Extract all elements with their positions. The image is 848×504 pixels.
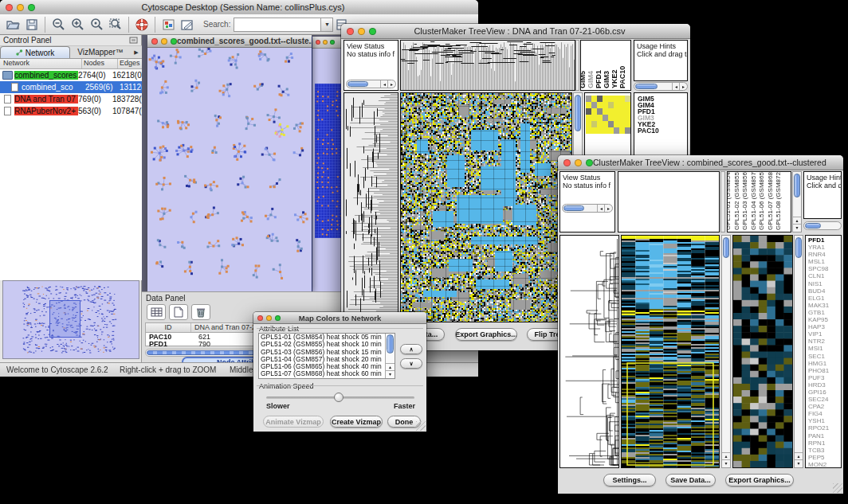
- attribute-list-item[interactable]: GPL51-02 (GSM855) heat shock 10 min: [259, 341, 395, 348]
- tv2-settings-button[interactable]: Settings...: [603, 474, 656, 486]
- tv2-column-label[interactable]: GPL51-01 (GSM854): [727, 171, 732, 230]
- attribute-list-item[interactable]: GPL51-04 (GSM857) heat shock 20 min: [259, 356, 395, 363]
- tv2-gene-label[interactable]: GTB1: [808, 309, 841, 316]
- tv2-zoom-heatmap-canvas[interactable]: [733, 236, 792, 467]
- tv1-column-label[interactable]: GIM5: [580, 71, 587, 88]
- tv2-gene-label[interactable]: TCB3: [808, 447, 841, 454]
- animate-vizmap-button[interactable]: Animate Vizmap: [263, 416, 324, 428]
- tv2-status-hscrollbar[interactable]: ◂ ▸: [562, 204, 613, 213]
- tv2-gene-label[interactable]: ELG1: [808, 295, 841, 302]
- tv2-zoom-heatmap[interactable]: [732, 235, 793, 468]
- network-canvas[interactable]: [148, 47, 311, 290]
- tv2-labels-vscrollbar[interactable]: ▴ ▾: [792, 171, 802, 232]
- dialog-title-bar[interactable]: Map Colors to Network: [253, 312, 426, 324]
- tv2-gene-label[interactable]: YRA1: [808, 244, 841, 251]
- network-list-row[interactable]: combined_scores2764(0)16218(0): [0, 69, 142, 81]
- tv2-gene-label[interactable]: PHO81: [808, 367, 841, 374]
- column-header-nodes[interactable]: Nodes: [82, 59, 118, 68]
- scrollbar-thumb[interactable]: [794, 174, 800, 197]
- network-list-row[interactable]: combined_sco2569(6)13112(15): [0, 81, 142, 93]
- tv2-gene-label[interactable]: PFD1: [808, 236, 841, 244]
- tv2-gene-label[interactable]: VIP1: [808, 330, 841, 338]
- scroll-down-icon[interactable]: ▾: [795, 459, 803, 467]
- tv2-gene-label[interactable]: HRD3: [808, 381, 841, 389]
- delete-attribute-button[interactable]: [191, 304, 210, 320]
- tv2-gene-label[interactable]: CLN1: [808, 272, 841, 279]
- tv1-gene-label[interactable]: GIM4: [638, 102, 687, 108]
- treeview-combined-title-bar[interactable]: ClusterMaker TreeView : combined_scores_…: [558, 155, 843, 170]
- tv2-gene-label[interactable]: KAP95: [808, 316, 841, 323]
- tv1-splitter[interactable]: [575, 40, 579, 91]
- tv2-gene-label[interactable]: CPA2: [808, 403, 841, 410]
- tv1-heatmap[interactable]: [400, 92, 572, 322]
- tv2-gene-label[interactable]: PUF3: [808, 374, 841, 381]
- attribute-list[interactable]: GPL51-01 (GSM854) heat shock 05 minGPL51…: [258, 333, 395, 379]
- scrollbar-thumb[interactable]: [563, 205, 584, 211]
- tv2-gene-label[interactable]: YSH1: [808, 417, 841, 424]
- minimize-icon[interactable]: [323, 40, 328, 45]
- float-panel-icon[interactable]: [129, 37, 139, 45]
- tab-vizmapper[interactable]: VizMapper™: [70, 46, 131, 58]
- tv2-gene-label[interactable]: SEC1: [808, 353, 841, 360]
- zoom-selected-button[interactable]: [87, 16, 106, 33]
- tv2-gene-label[interactable]: MON2: [808, 461, 841, 468]
- tv2-column-label[interactable]: GPL51-04 (GSM857): [750, 171, 757, 230]
- tv2-hints-hscrollbar[interactable]: [803, 221, 842, 230]
- tv2-gene-list[interactable]: PFD1YRA1RNR4MSL1SPC98CLN1NIS1BUD4ELG1MAK…: [805, 235, 842, 468]
- tv1-export-graphics-button[interactable]: Export Graphics...: [455, 328, 517, 341]
- tv2-gene-label[interactable]: NTR2: [808, 338, 841, 345]
- scrollbar-thumb[interactable]: [805, 223, 821, 229]
- network-overview-canvas[interactable]: [3, 281, 139, 358]
- tv2-gene-label[interactable]: SEC24: [808, 396, 841, 403]
- close-icon[interactable]: [6, 4, 13, 11]
- scrollbar-thumb[interactable]: [387, 334, 394, 354]
- tv2-heatmap-vscrollbar[interactable]: ▴ ▾: [721, 235, 731, 468]
- tv2-gene-label[interactable]: NIS1: [808, 280, 841, 287]
- zoom-window-icon[interactable]: [369, 28, 376, 35]
- tv2-row-dendrogram-canvas[interactable]: [560, 236, 618, 467]
- network-view-title-bar[interactable]: combined_scores_good.txt--cluste...: [147, 35, 312, 48]
- annotation-button[interactable]: [178, 16, 197, 33]
- zoom-in-button[interactable]: [68, 16, 87, 33]
- tv1-gene-label[interactable]: PAC10: [638, 127, 687, 134]
- close-icon[interactable]: [316, 40, 320, 45]
- scrollbar-thumb[interactable]: [347, 81, 368, 87]
- tv2-gene-label[interactable]: MSL1: [808, 258, 841, 265]
- zoom-window-icon[interactable]: [28, 4, 35, 11]
- scroll-down-icon[interactable]: ▾: [386, 370, 395, 378]
- tv1-column-label[interactable]: PFD1: [595, 70, 603, 88]
- tv1-heatmap-canvas[interactable]: [401, 93, 571, 322]
- close-icon[interactable]: [151, 38, 158, 45]
- scroll-right-icon[interactable]: ▸: [604, 205, 612, 212]
- tv1-column-dendrogram-canvas[interactable]: [401, 41, 575, 90]
- column-header-edges[interactable]: Edges: [118, 59, 142, 68]
- scrollbar-thumb[interactable]: [723, 237, 729, 258]
- close-icon[interactable]: [563, 159, 571, 166]
- tab-overflow-button[interactable]: ▶: [131, 46, 142, 58]
- tv2-gene-label[interactable]: PAN1: [808, 432, 841, 440]
- network-overview-panel[interactable]: [2, 280, 139, 359]
- slider-thumb[interactable]: [334, 393, 344, 402]
- attribute-list-item[interactable]: GPL51-07 (GSM868) heat shock 60 min: [259, 370, 395, 377]
- tv1-column-labels-panel[interactable]: GIM5GIM4PFD1GIM3YKE2PAC10: [580, 40, 631, 91]
- tv2-export-graphics-button[interactable]: Export Graphics...: [725, 474, 794, 486]
- scrollbar-thumb[interactable]: [575, 95, 581, 131]
- help-button[interactable]: [132, 16, 151, 33]
- minimize-icon[interactable]: [161, 38, 167, 45]
- minimize-icon[interactable]: [17, 4, 24, 11]
- attribute-list-item[interactable]: GPL51-06 (GSM865) heat shock 40 min: [259, 363, 395, 370]
- scrollbar-thumb[interactable]: [635, 84, 658, 89]
- zoom-window-icon[interactable]: [330, 40, 335, 45]
- tv1-column-label[interactable]: YKE2: [610, 69, 618, 88]
- tv1-hints-hscrollbar[interactable]: ◂ ▸: [634, 82, 688, 91]
- search-input[interactable]: [234, 18, 321, 32]
- tv2-save-data-button[interactable]: Save Data...: [665, 474, 716, 486]
- zoom-fit-button[interactable]: [106, 16, 125, 33]
- tv2-column-dendrogram[interactable]: [618, 171, 720, 232]
- tv2-row-dendrogram[interactable]: [559, 235, 619, 468]
- tv2-column-label[interactable]: GPL51-02 (GSM855): [733, 171, 740, 230]
- tv2-gene-label[interactable]: BUD4: [808, 287, 841, 295]
- move-attribute-up-button[interactable]: ∧: [400, 344, 422, 354]
- tv1-row-dendrogram-canvas[interactable]: [344, 93, 398, 322]
- tv1-row-dendrogram[interactable]: [344, 92, 398, 322]
